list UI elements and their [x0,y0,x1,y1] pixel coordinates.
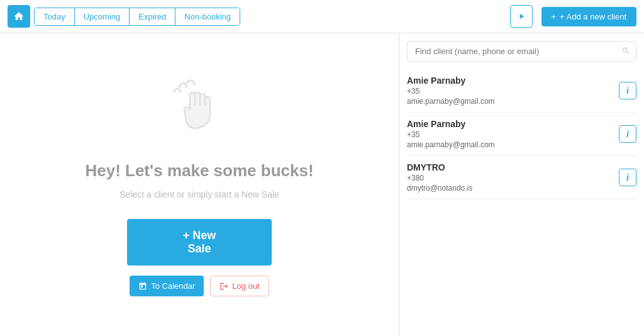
play-button[interactable] [510,5,533,28]
client-info-button[interactable]: i [619,125,636,143]
client-name: Amie Parnaby [407,76,495,86]
tab-expired[interactable]: Expired [130,8,175,25]
bottom-actions: To Calendar Log out [130,276,269,296]
client-list: Amie Parnaby +35 amie.parnaby@gmail.com … [407,69,636,328]
plus-icon: + [552,12,557,21]
tab-today[interactable]: Today [35,8,75,25]
tab-non-booking[interactable]: Non-booking [175,8,240,25]
client-name: DMYTRO [407,162,472,172]
headline: Hey! Let's make some bucks! [85,161,313,181]
logout-button[interactable]: Log out [210,276,269,296]
home-button[interactable] [8,5,30,28]
client-info-button[interactable]: i [619,169,636,186]
client-info-button[interactable]: i [619,82,636,99]
client-info: Amie Parnaby +35 amie.parnaby@gmail.com [407,119,495,149]
new-sale-button[interactable]: + New Sale [127,219,272,266]
main-content: Hey! Let's make some bucks! Select a cli… [0,33,644,336]
search-icon [621,46,630,57]
list-item: Amie Parnaby +35 amie.parnaby@gmail.com … [407,113,636,156]
nav-tabs: Today Upcoming Expired Non-booking [34,8,240,26]
logout-btn-label: Log out [232,281,259,291]
to-calendar-button[interactable]: To Calendar [130,276,204,296]
list-item: Amie Parnaby +35 amie.parnaby@gmail.com … [407,69,636,113]
add-client-label: + Add a new client [560,12,626,21]
wave-hand-icon [162,73,237,148]
client-phone: +380 [407,174,472,182]
logout-icon [219,282,228,291]
calendar-btn-label: To Calendar [151,281,195,291]
client-email: amie.parnaby@gmail.com [407,140,495,149]
search-box [407,41,636,62]
list-item: DMYTRO +380 dmytro@notando.is i [407,156,636,199]
client-phone: +35 [407,130,495,139]
search-input[interactable] [407,41,636,62]
right-panel: Amie Parnaby +35 amie.parnaby@gmail.com … [399,33,644,336]
calendar-icon [138,282,147,291]
client-phone: +35 [407,87,495,96]
client-info: Amie Parnaby +35 amie.parnaby@gmail.com [407,76,495,106]
client-name: Amie Parnaby [407,119,495,129]
add-client-button[interactable]: + + Add a new client [541,7,636,26]
header: Today Upcoming Expired Non-booking + + A… [0,0,644,33]
tab-upcoming[interactable]: Upcoming [75,8,130,25]
client-email: dmytro@notando.is [407,184,472,193]
client-email: amie.parnaby@gmail.com [407,97,495,106]
subtitle: Select a client or simply start a New Sa… [119,188,279,201]
client-info: DMYTRO +380 dmytro@notando.is [407,162,472,193]
left-panel: Hey! Let's make some bucks! Select a cli… [0,33,399,336]
